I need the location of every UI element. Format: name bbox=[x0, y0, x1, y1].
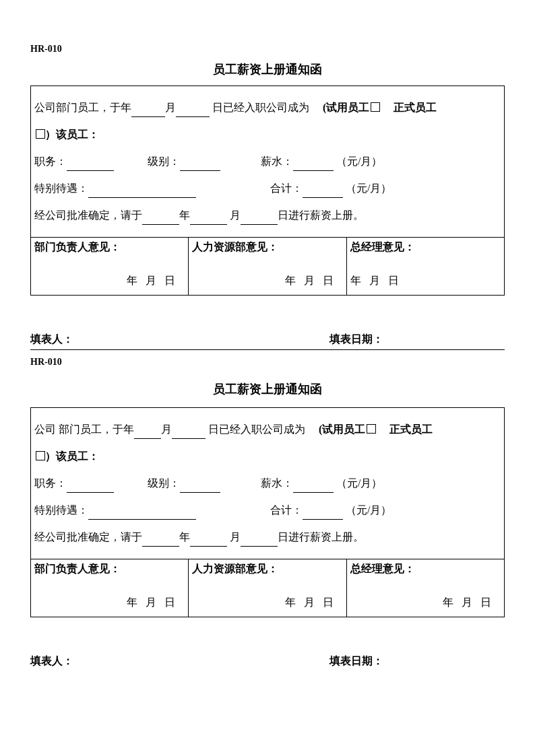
blank-day[interactable] bbox=[176, 116, 210, 117]
approval-gm[interactable]: 总经理意见： 年 月 日 bbox=[347, 559, 504, 617]
line-4: 特别待遇：合计： （元/月） bbox=[34, 175, 501, 202]
approval-hr[interactable]: 人力资源部意见： 年 月 日 bbox=[189, 559, 346, 617]
text: 月 bbox=[165, 102, 176, 113]
approval-row: 部门负责人意见： 年 月 日 人力资源部意见： 年 月 日 总经理意见： 年 月… bbox=[31, 237, 504, 296]
footer-row: 填表人： 填表日期： bbox=[30, 333, 505, 350]
blank-position[interactable] bbox=[67, 170, 114, 171]
line-4: 特别待遇：合计： （元/月） bbox=[34, 497, 501, 524]
text: 月 bbox=[230, 209, 241, 221]
blank-month[interactable] bbox=[131, 116, 165, 117]
blank-total[interactable] bbox=[303, 519, 343, 520]
approval-date: 年 月 日 bbox=[350, 274, 402, 288]
approval-label: 总经理意见： bbox=[350, 240, 501, 254]
approval-label: 部门负责人意见： bbox=[34, 562, 185, 576]
text: 月 bbox=[230, 531, 241, 543]
trial-label: (试用员工 bbox=[323, 102, 369, 113]
position-label: 职务： bbox=[34, 477, 67, 489]
approval-date: 年 月 日 bbox=[127, 274, 178, 288]
approval-label: 部门负责人意见： bbox=[34, 240, 185, 254]
approval-date: 年 月 日 bbox=[443, 596, 494, 610]
line-1: 公司部门员工，于年月 日已经入职公司成为(试用员工正式员工 bbox=[34, 94, 501, 121]
level-label: 级别： bbox=[148, 156, 180, 167]
salary-label: 薪水： bbox=[261, 477, 293, 489]
approval-label: 人力资源部意见： bbox=[192, 240, 342, 254]
main-box: 公司部门员工，于年月 日已经入职公司成为(试用员工正式员工 ）该员工： 职务：级… bbox=[30, 85, 505, 296]
blank-day[interactable] bbox=[172, 438, 206, 439]
blank-special[interactable] bbox=[88, 197, 196, 198]
unit: （元/月） bbox=[336, 156, 382, 167]
form-title: 员工薪资上册通知函 bbox=[30, 381, 505, 397]
text: 公司 部门员工，于年 bbox=[34, 423, 134, 435]
total-label: 合计： bbox=[270, 504, 303, 516]
blank-day2[interactable] bbox=[241, 546, 278, 547]
checkbox-formal[interactable] bbox=[36, 451, 45, 460]
unit: （元/月） bbox=[346, 182, 391, 194]
text: 公司部门员工，于年 bbox=[34, 102, 131, 113]
line-5: 经公司批准确定，请于年 月日进行薪资上册。 bbox=[34, 524, 501, 551]
blank-year[interactable] bbox=[142, 546, 179, 547]
line-2: ）该员工： bbox=[34, 443, 501, 470]
approval-dept[interactable]: 部门负责人意见： 年 月 日 bbox=[31, 559, 189, 617]
text: 日进行薪资上册。 bbox=[278, 531, 364, 543]
approval-gm[interactable]: 总经理意见： 年 月 日 bbox=[347, 238, 504, 295]
filler-label: 填表人： bbox=[30, 654, 329, 668]
blank-month2[interactable] bbox=[190, 546, 227, 547]
line-5: 经公司批准确定，请于年 月日进行薪资上册。 bbox=[34, 202, 501, 229]
blank-level[interactable] bbox=[180, 492, 220, 493]
main-box: 公司 部门员工，于年月 日已经入职公司成为(试用员工正式员工 ）该员工： 职务：… bbox=[30, 407, 505, 617]
blank-total[interactable] bbox=[303, 197, 343, 198]
form-1: HR-010 员工薪资上册通知函 公司部门员工，于年月 日已经入职公司成为(试用… bbox=[30, 44, 505, 350]
text: ）该员工： bbox=[45, 129, 99, 140]
unit: （元/月） bbox=[346, 504, 391, 516]
approval-hr[interactable]: 人力资源部意见： 年 月 日 bbox=[189, 238, 346, 295]
fill-date-label: 填表日期： bbox=[329, 333, 505, 347]
line-3: 职务：级别：薪水： （元/月） bbox=[34, 470, 501, 497]
blank-month2[interactable] bbox=[190, 224, 227, 225]
form-title: 员工薪资上册通知函 bbox=[30, 61, 505, 77]
trial-label: (试用员工 bbox=[319, 423, 365, 435]
text: 年 bbox=[179, 531, 190, 543]
approval-date: 年 月 日 bbox=[285, 274, 336, 288]
approval-label: 总经理意见： bbox=[350, 562, 501, 576]
blank-year[interactable] bbox=[142, 224, 179, 225]
blank-level[interactable] bbox=[180, 170, 220, 171]
blank-salary[interactable] bbox=[293, 170, 334, 171]
checkbox-trial[interactable] bbox=[371, 102, 380, 112]
form-code: HR-010 bbox=[30, 357, 505, 368]
filler-label: 填表人： bbox=[30, 333, 329, 347]
blank-position[interactable] bbox=[67, 492, 114, 493]
checkbox-trial[interactable] bbox=[367, 424, 376, 434]
special-label: 特别待遇： bbox=[34, 504, 88, 516]
blank-day2[interactable] bbox=[241, 224, 278, 225]
text: 年 bbox=[179, 209, 190, 221]
formal-label: 正式员工 bbox=[394, 102, 437, 113]
unit: （元/月） bbox=[336, 477, 382, 489]
position-label: 职务： bbox=[34, 156, 67, 167]
content-area: 公司 部门员工，于年月 日已经入职公司成为(试用员工正式员工 ）该员工： 职务：… bbox=[31, 408, 504, 559]
blank-special[interactable] bbox=[88, 519, 196, 520]
approval-date: 年 月 日 bbox=[127, 596, 178, 610]
content-area: 公司部门员工，于年月 日已经入职公司成为(试用员工正式员工 ）该员工： 职务：级… bbox=[31, 86, 504, 237]
approval-label: 人力资源部意见： bbox=[192, 562, 342, 576]
line-1: 公司 部门员工，于年月 日已经入职公司成为(试用员工正式员工 bbox=[34, 416, 501, 443]
text: ）该员工： bbox=[45, 450, 99, 462]
form-2: HR-010 员工薪资上册通知函 公司 部门员工，于年月 日已经入职公司成为(试… bbox=[30, 357, 505, 671]
fill-date-label: 填表日期： bbox=[329, 654, 505, 668]
blank-month[interactable] bbox=[134, 438, 161, 439]
salary-label: 薪水： bbox=[261, 156, 293, 167]
text: 月 bbox=[161, 423, 172, 435]
text: 日进行薪资上册。 bbox=[278, 209, 364, 221]
line-2: ）该员工： bbox=[34, 121, 501, 148]
formal-label: 正式员工 bbox=[389, 423, 433, 435]
line-3: 职务：级别：薪水： （元/月） bbox=[34, 148, 501, 175]
text: 日已经入职公司成为 bbox=[208, 423, 305, 435]
blank-salary[interactable] bbox=[293, 492, 334, 493]
text: 经公司批准确定，请于 bbox=[34, 531, 142, 543]
checkbox-formal[interactable] bbox=[36, 129, 45, 139]
approval-dept[interactable]: 部门负责人意见： 年 月 日 bbox=[31, 238, 189, 295]
form-code: HR-010 bbox=[30, 44, 505, 55]
footer-row: 填表人： 填表日期： bbox=[30, 654, 505, 671]
text: 经公司批准确定，请于 bbox=[34, 209, 142, 221]
approval-date: 年 月 日 bbox=[285, 596, 336, 610]
total-label: 合计： bbox=[270, 182, 303, 194]
